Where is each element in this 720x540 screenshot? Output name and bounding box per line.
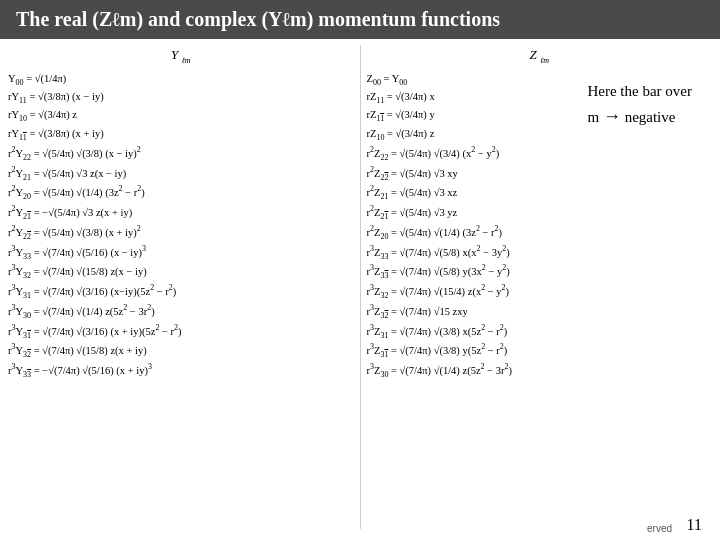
slide-title: The real (Zℓm) and complex (Yℓm) momentu… [0, 0, 720, 39]
formula-row: rY10 = √(3/4π) z [8, 107, 354, 125]
annotation-box: Here the bar over m → negative [587, 80, 692, 130]
right-column-header: Z ℓm [367, 45, 713, 67]
note-line1: Here the bar over [587, 83, 692, 99]
formula-row: r2Y21 = −√(5/4π) √3 z(x + iy) [8, 203, 354, 223]
formula-row: r3Y32 = √(7/4π) √(15/8) z(x − iy) [8, 262, 354, 282]
formula-row: r3Z31 = √(7/4π) √(3/8) x(5z2 − r2) [367, 322, 713, 342]
formula-row: r2Y22 = √(5/4π) √(3/8) (x + iy)2 [8, 223, 354, 243]
formula-row: r3Y32 = √(7/4π) √(15/8) z(x + iy) [8, 341, 354, 361]
formula-row: r2Z22 = √(5/4π) √3 xy [367, 164, 713, 184]
formula-row: r3Z32 = √(7/4π) √15 zxy [367, 302, 713, 322]
left-column-header: Y ℓm [8, 45, 354, 67]
formula-row: r3Y30 = √(7/4π) √(1/4) z(5z2 − 3r2) [8, 302, 354, 322]
formula-row: r2Z21 = √(5/4π) √3 xz [367, 183, 713, 203]
arrow-icon: → [603, 103, 621, 130]
formula-row: rY11 = √(3/8π) (x + iy) [8, 126, 354, 144]
formula-row: r2Y22 = √(5/4π) √(3/8) (x − iy)2 [8, 144, 354, 164]
formula-row: r2Y20 = √(5/4π) √(1/4) (3z2 − r2) [8, 183, 354, 203]
formula-row: r3Z31 = √(7/4π) √(3/8) y(5z2 − r2) [367, 341, 713, 361]
formula-row: r3Y33 = −√(7/4π) √(5/16) (x + iy)3 [8, 361, 354, 381]
formula-row: r2Z20 = √(5/4π) √(1/4) (3z2 − r2) [367, 223, 713, 243]
title-text: The real (Zℓm) and complex (Yℓm) momentu… [16, 8, 500, 30]
formula-row: r3Y33 = √(7/4π) √(5/16) (x − iy)3 [8, 243, 354, 263]
formula-row: Y00 = √(1/4π) [8, 71, 354, 89]
page-number: 11 [687, 516, 702, 534]
formula-row: r3Z33 = √(7/4π) √(5/8) x(x2 − 3y2) [367, 243, 713, 263]
formula-row: r3Z33 = √(7/4π) √(5/8) y(3x2 − y2) [367, 262, 713, 282]
formula-row: r3Z30 = √(7/4π) √(1/4) z(5z2 − 3r2) [367, 361, 713, 381]
formula-row: r2Y21 = √(5/4π) √3 z(x − iy) [8, 164, 354, 184]
formula-row: r3Z32 = √(7/4π) √(15/4) z(x2 − y2) [367, 282, 713, 302]
copyright-text: erved [647, 523, 672, 534]
formula-row: r2Z22 = √(5/4π) √(3/4) (x2 − y2) [367, 144, 713, 164]
left-column: Y ℓm Y00 = √(1/4π) rY11 = √(3/8π) (x − i… [8, 45, 354, 529]
formula-row: r3Y31 = √(7/4π) √(3/16) (x + iy)(5z2 − r… [8, 322, 354, 342]
column-divider [360, 45, 361, 529]
formula-row: r2Z21 = √(5/4π) √3 yz [367, 203, 713, 223]
formula-row: rY11 = √(3/8π) (x − iy) [8, 89, 354, 107]
formula-row: r3Y31 = √(7/4π) √(3/16) (x−iy)(5z2 − r2) [8, 282, 354, 302]
